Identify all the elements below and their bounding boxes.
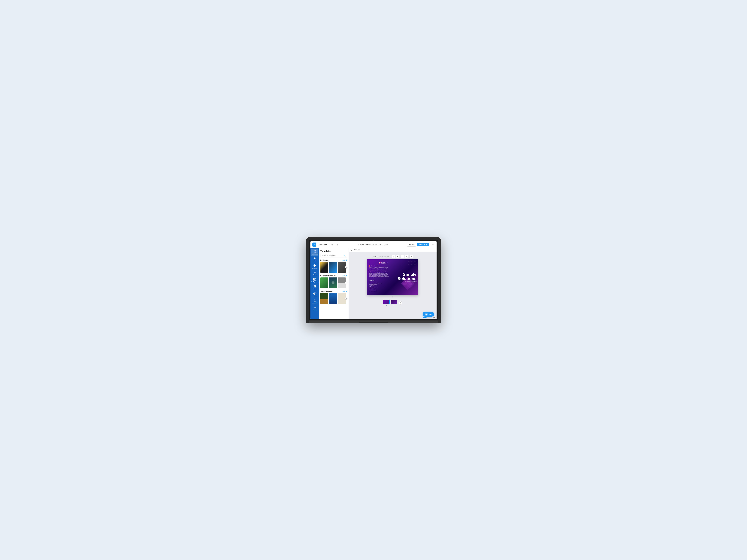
add-page-title[interactable]: + Add page title	[379, 256, 389, 258]
sidebar-item-uploads[interactable]: Uploads	[311, 298, 318, 305]
page-thumbnails: 1 2 +	[383, 300, 402, 306]
canvas-workspace: Page 1 + Add page title ∧ ∨	[349, 252, 437, 316]
template-thumb[interactable]	[320, 262, 328, 273]
chat-button[interactable]: Chat	[423, 312, 434, 317]
company-brochure-see-all[interactable]: See all	[342, 275, 347, 276]
templates-icon	[313, 250, 316, 253]
animate-label[interactable]: Animate	[354, 249, 360, 251]
topbar-center: IT Software Bi-Fold Brochure Template	[341, 244, 405, 246]
contact-section: Contact us Come and join us at2100 Park …	[369, 280, 389, 292]
sidebar-label-graphics: Graphics	[312, 267, 317, 269]
dashboard-link[interactable]: Dashboard	[318, 243, 328, 246]
sidebar-label-uploads: Uploads	[312, 302, 317, 304]
sidebar-label-text: Text	[313, 274, 316, 276]
page-down-button[interactable]: ∨	[396, 255, 400, 258]
chat-label: Chat	[429, 313, 432, 315]
document-title: IT Software Bi-Fold Brochure Template	[358, 244, 388, 246]
page-label: Page 1	[372, 256, 378, 258]
zoom-slider[interactable]	[423, 317, 432, 318]
undo-button[interactable]	[331, 243, 334, 246]
duplicate-button[interactable]	[405, 255, 408, 258]
travel-brochure-template-row: Adventure Awaits – Go Find It	[320, 293, 347, 304]
topbar-divider	[329, 243, 329, 246]
company-brochure-section-header: Company Brochure See all	[320, 275, 347, 276]
svg-point-11	[314, 307, 314, 308]
page-thumb-1[interactable]	[383, 300, 390, 304]
redo-button[interactable]	[336, 243, 339, 246]
travel-brochure-see-all[interactable]: See all	[342, 290, 347, 292]
page-controls: Page 1 + Add page title ∧ ∨	[372, 255, 413, 258]
sidebar-item-logo[interactable]: Logo	[311, 291, 318, 298]
download-button[interactable]: Download	[417, 243, 429, 246]
fill-icon	[313, 257, 316, 260]
sidebar-item-more[interactable]: More	[311, 305, 318, 312]
share-button[interactable]: Share	[407, 243, 416, 246]
logo-icon	[313, 292, 316, 295]
page-number-2: 2	[394, 304, 394, 306]
animate-bar: Animate	[349, 248, 437, 252]
carousel-next-arrow[interactable]: ▶	[345, 266, 347, 268]
brand-name: DevCity	[381, 262, 386, 263]
sidebar-label-tables: Tables	[313, 288, 316, 290]
screen: T Dashboard IT Software Bi-Fold Brochure…	[310, 241, 437, 319]
zoom-fill	[423, 317, 427, 318]
search-box[interactable]: 🔍	[320, 254, 347, 258]
app-logo[interactable]: T	[312, 242, 316, 247]
brochure-right: Simple Solutions for complex connections	[390, 259, 418, 295]
svg-rect-3	[315, 251, 316, 252]
business-carousel: ▶	[320, 262, 347, 273]
laptop-frame: T Dashboard IT Software Bi-Fold Brochure…	[306, 237, 441, 323]
more-options-button[interactable]: ···	[431, 242, 435, 247]
svg-marker-44	[369, 265, 370, 267]
committed-text: Committed to People Committed to the Fut…	[369, 289, 389, 292]
who-we-are-text: DevCity is an IT software developing com…	[369, 267, 389, 278]
template-thumb[interactable]	[338, 293, 346, 304]
topbar-right: Share Download ···	[407, 242, 435, 247]
page-thumb-2[interactable]	[391, 300, 397, 304]
zoom-bar: Fit	[349, 316, 437, 319]
template-thumb[interactable]	[329, 262, 337, 273]
sidebar-label-fill: Fill	[314, 260, 315, 262]
sidebar-item-text[interactable]: Text	[311, 270, 318, 277]
search-input[interactable]	[321, 255, 343, 257]
template-thumb[interactable]	[320, 277, 328, 288]
page-up-button[interactable]: ∧	[392, 255, 395, 258]
tagline: for complex connections	[392, 281, 416, 282]
more-icon	[313, 306, 316, 309]
company-brochure-title: Company Brochure	[320, 275, 336, 276]
template-thumb[interactable]	[338, 262, 346, 273]
business-see-all[interactable]: See all	[342, 259, 347, 261]
headline-solutions: Solutions	[392, 276, 416, 281]
expand-button[interactable]	[401, 255, 404, 258]
travel-brochure-title: Travel Brochure	[320, 290, 333, 292]
sidebar-item-tables[interactable]: Tables	[311, 284, 318, 291]
sidebar-item-background[interactable]: Background	[311, 277, 318, 284]
icon-sidebar: Templates Fill	[310, 248, 319, 319]
canvas-frame[interactable]: D DevCity Software group	[367, 259, 418, 295]
svg-point-12	[314, 307, 315, 308]
sidebar-item-templates[interactable]: Templates	[311, 249, 318, 256]
scroll-down-indicator[interactable]: ∨	[392, 296, 393, 298]
add-page-button[interactable]: +	[398, 301, 402, 304]
page-number-1: 1	[386, 304, 387, 306]
template-thumb[interactable]	[329, 277, 337, 288]
template-thumb[interactable]: Adventure Awaits – Go Find It	[329, 293, 337, 304]
brand-sub: Software group	[381, 263, 386, 264]
search-icon: 🔍	[344, 255, 346, 257]
carousel-next-arrow-2[interactable]: ▶	[345, 282, 347, 284]
delete-button[interactable]: 🗑	[410, 255, 413, 258]
svg-line-15	[402, 256, 403, 257]
sidebar-item-fill[interactable]: Fill	[311, 256, 318, 263]
contact-text: Come and join us at2100 Park Ave, Sacram…	[369, 281, 389, 289]
sidebar-label-more: More	[313, 309, 316, 311]
zoom-label[interactable]: Fit	[433, 317, 435, 318]
template-thumb[interactable]	[338, 277, 346, 288]
sidebar-item-graphics[interactable]: Graphics	[311, 263, 318, 270]
svg-point-4	[314, 264, 316, 267]
company-brochure-template-row	[320, 277, 347, 288]
headline-simple: Simple	[392, 272, 416, 276]
carousel-next-arrow-3[interactable]: ▶	[345, 297, 347, 299]
template-thumb[interactable]	[320, 293, 328, 304]
topbar: T Dashboard IT Software Bi-Fold Brochure…	[310, 241, 437, 248]
svg-rect-1	[315, 250, 316, 251]
